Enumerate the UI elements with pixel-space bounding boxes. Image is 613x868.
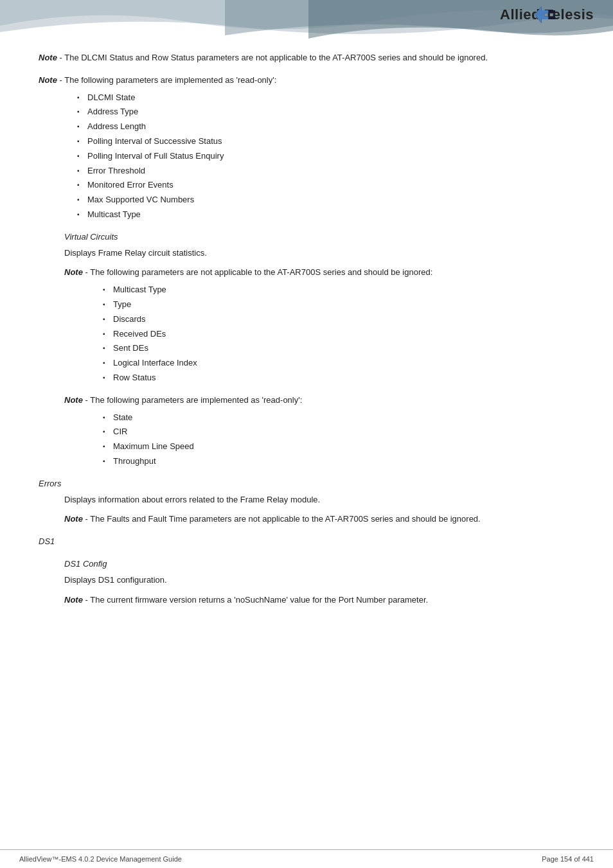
note5-prefix: Note [64, 514, 83, 524]
note1-prefix: Note [39, 53, 57, 62]
virtual-circuits-section: Virtual Circuits Displays Frame Relay ci… [64, 231, 574, 468]
list-item: Polling Interval of Successive Status [77, 135, 574, 148]
note6-text: Note - The current firmware version retu… [64, 594, 574, 607]
ds1-subheading: DS1 Config [64, 558, 574, 571]
list-item: Row Status [103, 371, 574, 385]
note5-block: Note - The Faults and Fault Time paramet… [64, 513, 574, 526]
list-item: Logical Interface Index [103, 357, 574, 370]
errors-heading: Errors [39, 477, 574, 491]
note6-body: - The current firmware version returns a… [83, 595, 428, 605]
ds1-desc: Displays DS1 configuration. [64, 574, 574, 587]
note6-prefix: Note [64, 595, 83, 605]
errors-content: Displays information about errors relate… [64, 493, 574, 527]
virtual-circuits-desc: Displays Frame Relay circuit statistics. [64, 247, 574, 260]
footer-right: Page 154 of 441 [542, 855, 594, 863]
list-item: Type [103, 298, 574, 312]
note4-prefix: Note [64, 395, 83, 405]
list-item: Multicast Type [77, 208, 574, 222]
svg-marker-1 [535, 6, 548, 23]
note3-text: Note - The following parameters are not … [64, 266, 574, 279]
note4-text: Note - The following parameters are impl… [64, 394, 574, 407]
footer: AlliedView™-EMS 4.0.2 Device Management … [0, 849, 613, 868]
note2-prefix: Note [39, 75, 57, 85]
list-item: Maximum Line Speed [103, 440, 574, 454]
list-item: Sent DEs [103, 342, 574, 355]
list-item: Polling Interval of Full Status Enquiry [77, 150, 574, 163]
note4-body: - The following parameters are implement… [83, 395, 302, 405]
ds1-content: DS1 Config Displays DS1 configuration. N… [64, 558, 574, 607]
list-item: Error Threshold [77, 164, 574, 178]
main-content: Note - The DLCMI Status and Row Status p… [0, 45, 613, 654]
note4-list: State CIR Maximum Line Speed Throughput [103, 411, 574, 468]
note3-block: Note - The following parameters are not … [64, 266, 574, 384]
list-item: Address Length [77, 120, 574, 134]
ds1-heading: DS1 [39, 535, 574, 549]
note1-body: - The DLCMI Status and Row Status parame… [57, 53, 488, 62]
list-item: Max Supported VC Numbers [77, 193, 574, 207]
list-item: State [103, 411, 574, 425]
note5-text: Note - The Faults and Fault Time paramet… [64, 513, 574, 526]
list-item: Multicast Type [103, 283, 574, 297]
logo-container: Allied Telesis [496, 6, 594, 23]
note6-block: Note - The current firmware version retu… [64, 594, 574, 607]
list-item: Throughput [103, 455, 574, 468]
list-item: Discards [103, 313, 574, 326]
note3-prefix: Note [64, 267, 83, 277]
note3-list: Multicast Type Type Discards Received DE… [103, 283, 574, 385]
list-item: DLCMI State [77, 91, 574, 105]
note4-block: Note - The following parameters are impl… [64, 394, 574, 468]
note2-block: Note - The following parameters are impl… [39, 74, 574, 222]
note5-body: - The Faults and Fault Time parameters a… [83, 514, 481, 524]
note2-list: DLCMI State Address Type Address Length … [77, 91, 574, 222]
note2-body: - The following parameters are implement… [57, 75, 276, 85]
list-item: Received DEs [103, 328, 574, 341]
errors-desc: Displays information about errors relate… [64, 493, 574, 507]
virtual-circuits-heading: Virtual Circuits [64, 231, 574, 244]
note3-body: - The following parameters are not appli… [83, 267, 432, 277]
errors-section: Errors Displays information about errors… [39, 477, 574, 526]
list-item: Monitored Error Events [77, 179, 574, 192]
note1-block: Note - The DLCMI Status and Row Status p… [39, 51, 574, 65]
list-item: Address Type [77, 105, 574, 119]
ds1-section: DS1 DS1 Config Displays DS1 configuratio… [39, 535, 574, 607]
header-decoration: Allied Telesis [0, 0, 613, 45]
list-item: CIR [103, 425, 574, 439]
note2-text: Note - The following parameters are impl… [39, 74, 574, 87]
footer-left: AlliedView™-EMS 4.0.2 Device Management … [19, 855, 182, 863]
note1-text: Note - The DLCMI Status and Row Status p… [39, 51, 574, 65]
